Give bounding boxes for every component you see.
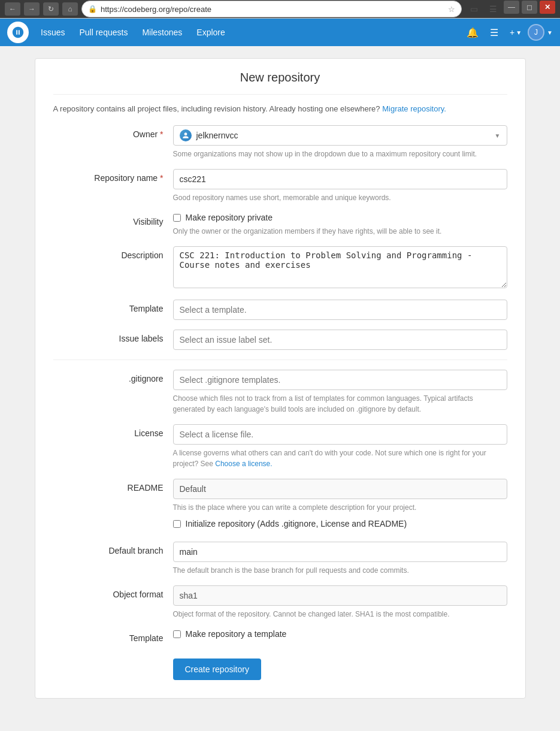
migrate-link[interactable]: Migrate repository. <box>382 104 446 113</box>
object-format-control-group: Object format of the repository. Cannot … <box>173 585 507 620</box>
create-repository-button[interactable]: Create repository <box>173 658 261 680</box>
repo-name-label: Repository name * <box>53 169 173 183</box>
object-format-row: Object format Object format of the repos… <box>53 585 507 620</box>
user-avatar[interactable]: J <box>528 24 544 41</box>
nav-pull-requests[interactable]: Pull requests <box>72 19 135 46</box>
refresh-button[interactable]: ↻ <box>43 2 59 16</box>
create-menu[interactable]: + ▼ <box>506 24 525 41</box>
default-branch-hint: The default branch is the base branch fo… <box>173 565 507 576</box>
description-label: Description <box>53 246 173 260</box>
notification-icon[interactable]: 🔔 <box>463 23 482 42</box>
owner-dropdown-arrow: ▼ <box>495 132 501 139</box>
license-row: License A license governs what others ca… <box>53 424 507 469</box>
logo-svg <box>11 26 25 39</box>
issue-labels-input[interactable] <box>173 330 507 350</box>
template-input[interactable] <box>173 300 507 320</box>
btn-row: Create repository <box>53 653 507 680</box>
toolbar-right: ▭ ☰ — ◻ ✕ <box>465 1 555 17</box>
repo-name-hint: Good repository names use short, memorab… <box>173 192 507 203</box>
make-template-checkbox-row: Make repository a template <box>173 629 507 639</box>
visibility-row: Visibility Make repository private Only … <box>53 213 507 237</box>
readme-hint: This is the place where you can write a … <box>173 502 507 513</box>
visibility-label: Visibility <box>53 213 173 226</box>
make-template-control-group: Make repository a template <box>173 629 507 642</box>
default-branch-control-group: The default branch is the base branch fo… <box>173 542 507 576</box>
intro-text: A repository contains all project files,… <box>53 104 380 113</box>
url-bar[interactable]: 🔒 https://codeberg.org/repo/create ☆ <box>81 1 462 17</box>
license-label: License <box>53 424 173 438</box>
license-control-group: A license governs what others can and ca… <box>173 424 507 469</box>
menu-icon[interactable]: ☰ <box>485 1 501 17</box>
url-text: https://codeberg.org/repo/create <box>101 5 211 14</box>
owner-hint: Some organizations may not show up in th… <box>173 149 507 159</box>
object-format-input[interactable] <box>173 585 507 606</box>
choose-license-link[interactable]: Choose a license. <box>215 460 272 468</box>
owner-avatar-svg <box>181 131 190 140</box>
form-card: New repository A repository contains all… <box>35 58 526 699</box>
issue-labels-row: Issue labels <box>53 330 507 350</box>
nav-issues[interactable]: Issues <box>34 19 72 46</box>
make-template-row: Template Make repository a template <box>53 629 507 643</box>
cast-icon[interactable]: ▭ <box>465 1 482 17</box>
nav-explore[interactable]: Explore <box>189 19 232 46</box>
template-label: Template <box>53 300 173 313</box>
default-branch-input[interactable] <box>173 542 507 562</box>
issue-labels-control-group <box>173 330 507 350</box>
gitignore-label: .gitignore <box>53 370 173 383</box>
repo-name-input[interactable] <box>173 169 507 189</box>
license-input[interactable] <box>173 424 507 445</box>
description-control-group: CSC 221: Introduction to Problem Solving… <box>173 246 507 290</box>
object-format-label: Object format <box>53 585 173 599</box>
description-textarea[interactable]: CSC 221: Introduction to Problem Solving… <box>173 246 507 288</box>
avatar-chevron-icon: ▼ <box>547 29 553 36</box>
issue-labels-label: Issue labels <box>53 330 173 343</box>
init-repo-label[interactable]: Initialize repository (Adds .gitignore, … <box>186 519 407 528</box>
chevron-down-icon: ▼ <box>516 29 522 36</box>
app-logo[interactable] <box>7 22 29 43</box>
nav-milestones[interactable]: Milestones <box>135 19 189 46</box>
back-button[interactable]: ← <box>5 2 20 16</box>
template-row: Template <box>53 300 507 320</box>
plus-icon: + <box>510 28 514 37</box>
readme-row: README This is the place where you can w… <box>53 479 507 532</box>
star-icon[interactable]: ☆ <box>448 5 455 14</box>
visibility-control-group: Make repository private Only the owner o… <box>173 213 507 237</box>
default-branch-row: Default branch The default branch is the… <box>53 542 507 576</box>
license-hint: A license governs what others can and ca… <box>173 448 507 469</box>
forward-button[interactable]: → <box>24 2 40 16</box>
init-repo-checkbox-row: Initialize repository (Adds .gitignore, … <box>173 519 507 528</box>
bars-icon[interactable]: ☰ <box>485 23 504 42</box>
make-template-checkbox[interactable] <box>173 630 181 638</box>
gitignore-control-group: Choose which files not to track from a l… <box>173 370 507 415</box>
make-private-label[interactable]: Make repository private <box>186 213 273 222</box>
home-button[interactable]: ⌂ <box>62 2 78 16</box>
gitignore-hint: Choose which files not to track from a l… <box>173 393 507 415</box>
form-intro: A repository contains all project files,… <box>53 104 507 113</box>
minimize-button[interactable]: — <box>504 1 519 14</box>
gitignore-row: .gitignore Choose which files not to tra… <box>53 360 507 415</box>
default-branch-label: Default branch <box>53 542 173 555</box>
owner-row: Owner * jelknernvcc ▼ Some organizations… <box>53 125 507 159</box>
make-private-checkbox[interactable] <box>173 214 181 222</box>
browser-chrome: ← → ↻ ⌂ 🔒 https://codeberg.org/repo/crea… <box>0 0 560 19</box>
maximize-button[interactable]: ◻ <box>522 1 537 14</box>
app-nav: Issues Pull requests Milestones Explore … <box>0 19 560 46</box>
readme-label: README <box>53 479 173 493</box>
owner-dropdown[interactable]: jelknernvcc ▼ <box>173 125 507 146</box>
make-template-checkbox-label[interactable]: Make repository a template <box>186 629 287 639</box>
readme-control-group: This is the place where you can write a … <box>173 479 507 532</box>
browser-titlebar: ← → ↻ ⌂ 🔒 https://codeberg.org/repo/crea… <box>0 0 560 18</box>
main-content: New repository A repository contains all… <box>0 46 560 731</box>
lock-icon: 🔒 <box>88 5 97 13</box>
gitignore-input[interactable] <box>173 370 507 390</box>
owner-value: jelknernvcc <box>196 131 238 140</box>
nav-right: 🔔 ☰ + ▼ J ▼ <box>463 23 553 42</box>
repo-name-required: * <box>160 173 163 183</box>
owner-required: * <box>160 129 163 139</box>
init-repo-checkbox[interactable] <box>173 520 181 528</box>
visibility-checkbox-row: Make repository private <box>173 213 507 222</box>
repo-name-control-group: Good repository names use short, memorab… <box>173 169 507 203</box>
readme-input[interactable] <box>173 479 507 499</box>
repo-name-row: Repository name * Good repository names … <box>53 169 507 203</box>
close-button[interactable]: ✕ <box>540 1 555 14</box>
